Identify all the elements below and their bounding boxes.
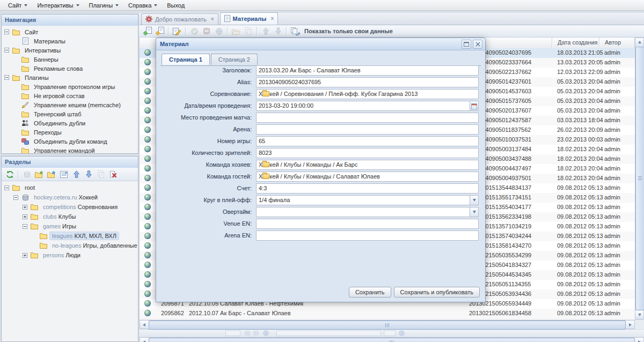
horizontal-scroll-thumb[interactable] xyxy=(149,321,626,330)
tree-node[interactable]: Материалы xyxy=(2,36,138,46)
paging-icon[interactable] xyxy=(245,331,250,336)
overtime-field[interactable] xyxy=(256,207,479,217)
paging-icon[interactable] xyxy=(253,331,259,336)
collapse-icon[interactable] xyxy=(23,224,27,229)
combo-dropdown-icon[interactable] xyxy=(470,195,479,205)
tree-node[interactable]: Объединить дубли команд xyxy=(2,137,138,146)
refresh-button[interactable] xyxy=(4,169,15,180)
search-icon[interactable] xyxy=(399,330,405,336)
tree-node[interactable]: clubs Клубы xyxy=(2,212,138,221)
competition-field[interactable]: Хкей / Соревнования / Плей-офф. Кубок Га… xyxy=(256,89,479,99)
filter-input[interactable] xyxy=(276,330,381,336)
combo-dropdown-icon[interactable] xyxy=(470,207,479,217)
tree-node[interactable]: no-leagues Игры, добавленные вручную xyxy=(2,241,138,250)
home-team-field[interactable]: Хкей / Клубы / Команды / Ак Барс xyxy=(256,160,479,170)
edit-material-button[interactable] xyxy=(172,26,182,36)
venue-en-field[interactable] xyxy=(256,219,479,229)
tree-node[interactable]: Переходы xyxy=(2,128,138,137)
tree-node[interactable]: root xyxy=(2,183,138,192)
tree-node[interactable]: Управление командой xyxy=(2,146,138,153)
column-header-author[interactable]: Автор xyxy=(599,38,635,48)
tree-node[interactable]: Рекламные слова xyxy=(2,64,138,73)
tree-node[interactable]: Плагины xyxy=(2,73,138,82)
venue-field[interactable] xyxy=(256,113,479,123)
add-material-button[interactable] xyxy=(142,26,153,36)
playoff-round-field[interactable]: 1/4 финала xyxy=(256,195,479,205)
dialog-tab-2[interactable]: Страница 2 xyxy=(211,54,258,65)
save-button[interactable]: Сохранить xyxy=(349,287,391,298)
tree-node[interactable]: Управление протоколом игры xyxy=(2,82,138,91)
add-section-button[interactable] xyxy=(34,169,45,180)
away-team-field[interactable]: Хкей / Клубы / Команды / Салават Юлаев xyxy=(256,172,479,182)
page-number-input[interactable] xyxy=(225,330,240,336)
tree-node[interactable]: competitions Соревнования xyxy=(2,202,138,212)
calendar-trigger-icon[interactable] xyxy=(470,101,479,111)
navigation-panel-header[interactable]: Навигация xyxy=(2,14,138,26)
save-publish-button[interactable]: Сохранить и опубликовать xyxy=(394,287,480,298)
vertical-scroll-thumb[interactable] xyxy=(635,47,644,310)
game-number-field[interactable]: 65 xyxy=(256,136,479,146)
close-icon[interactable] xyxy=(473,40,482,49)
scroll-left-arrow[interactable] xyxy=(140,338,148,342)
outer-horizontal-scrollbar[interactable] xyxy=(140,337,644,342)
vertical-scrollbar[interactable] xyxy=(635,38,644,319)
tab-welcome[interactable]: Добро пожаловать× xyxy=(141,13,218,25)
horizontal-scrollbar[interactable] xyxy=(140,320,635,329)
column-header-icon[interactable] xyxy=(140,38,157,48)
menu-help[interactable]: Справка xyxy=(123,1,162,10)
delete-section-button[interactable] xyxy=(108,169,119,180)
collapse-icon[interactable] xyxy=(13,195,18,200)
expand-icon[interactable] xyxy=(23,205,27,210)
tab-close-icon[interactable]: × xyxy=(270,16,274,21)
tree-node[interactable]: hockey.cetera.ru Хоккей xyxy=(2,192,138,202)
scroll-down-arrow[interactable] xyxy=(635,311,643,319)
title-field[interactable]: 2013.03.20 Ак Барс - Салават Юлаев xyxy=(256,65,479,76)
tree-node[interactable]: Не игровой состав xyxy=(2,91,138,100)
horizontal-scroll-thumb[interactable] xyxy=(149,338,635,342)
tree-node[interactable]: Баннеры xyxy=(2,55,138,64)
maximize-icon[interactable] xyxy=(462,40,471,49)
add-subsection-button[interactable] xyxy=(46,169,57,180)
show-own-data-button[interactable] xyxy=(290,26,301,36)
tree-node[interactable]: Интерактивы xyxy=(2,46,138,55)
tab-materials[interactable]: Материалы× xyxy=(220,12,279,25)
datetime-field[interactable]: 2013-03-20 19:00:00 xyxy=(256,101,479,111)
refresh-icon[interactable] xyxy=(263,330,269,336)
spectators-field[interactable]: 8023 xyxy=(256,148,479,158)
scroll-left-arrow[interactable] xyxy=(140,321,148,329)
arena-field[interactable] xyxy=(256,124,479,135)
dialog-header[interactable]: Материал xyxy=(156,38,485,50)
column-header-created[interactable]: Дата создания xyxy=(552,38,599,48)
table-row[interactable]: 20958622012.10.07 Ак Барс - Салават Юлае… xyxy=(140,309,635,319)
scroll-right-arrow[interactable] xyxy=(626,321,634,329)
menu-plugins[interactable]: Плагины xyxy=(84,1,124,10)
filter-button[interactable] xyxy=(384,330,396,336)
tree-node[interactable]: games Игры xyxy=(2,221,138,231)
collapse-icon[interactable] xyxy=(4,75,9,80)
menu-interactives[interactable]: Интерактивы xyxy=(32,1,84,10)
tree-node[interactable]: persons Люди xyxy=(2,250,138,260)
dialog-tab-1[interactable]: Страница 1 xyxy=(162,54,210,65)
tree-node[interactable]: Сайт xyxy=(2,27,138,36)
add-material-alt-button[interactable] xyxy=(155,26,165,36)
menu-logout[interactable]: Выход xyxy=(162,1,189,10)
expand-icon[interactable] xyxy=(23,253,27,258)
collapse-icon[interactable] xyxy=(4,185,9,190)
collapse-icon[interactable] xyxy=(4,29,9,34)
tree-node[interactable]: leagues КХЛ, МХЛ, ВХЛ xyxy=(2,231,138,241)
menu-site[interactable]: Сайт xyxy=(3,1,32,10)
tree-node[interactable]: Управление кешем (memcache) xyxy=(2,100,138,109)
tree-node[interactable]: Тренерский штаб xyxy=(2,109,138,118)
scroll-right-arrow[interactable] xyxy=(635,338,643,342)
move-section-down-button[interactable] xyxy=(83,169,94,180)
move-section-up-button[interactable] xyxy=(71,169,82,180)
alias-field[interactable]: 2013040905024037695 xyxy=(256,77,479,87)
expand-icon[interactable] xyxy=(23,214,27,219)
sections-panel-header[interactable]: Разделы xyxy=(2,157,138,168)
collapse-icon[interactable] xyxy=(4,48,9,53)
arena-en-field[interactable] xyxy=(256,231,479,241)
tab-close-icon[interactable]: × xyxy=(211,17,214,22)
score-field[interactable]: 4:3 xyxy=(256,183,479,194)
scroll-up-arrow[interactable] xyxy=(635,38,643,46)
tree-node[interactable]: Объединить дубли xyxy=(2,118,138,128)
